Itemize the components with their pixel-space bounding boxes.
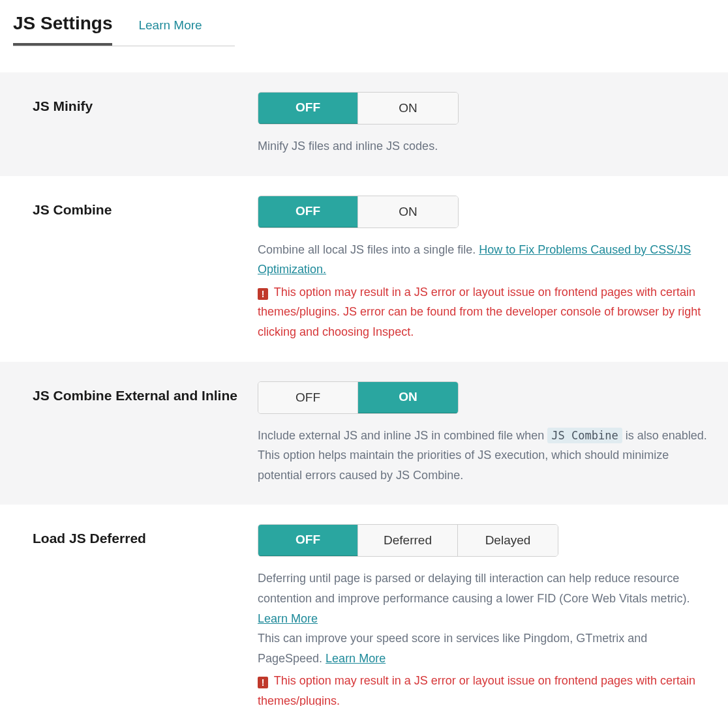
toggle-js-combine-off[interactable]: OFF (258, 196, 358, 228)
setting-js-deferred: Load JS Deferred OFF Deferred Delayed De… (0, 505, 728, 706)
setting-js-minify: JS Minify OFF ON Minify JS files and inl… (0, 72, 728, 176)
setting-body-js-combine: OFF ON Combine all local JS files into a… (258, 196, 708, 342)
link-learn-more-2[interactable]: Learn More (326, 652, 386, 665)
warning-js-combine: ! This option may result in a JS error o… (258, 282, 708, 342)
setting-body-js-minify: OFF ON Minify JS files and inline JS cod… (258, 92, 708, 156)
tab-js-settings[interactable]: JS Settings (13, 13, 112, 46)
setting-label-js-combine-ext: JS Combine External and Inline (33, 381, 258, 404)
warning-js-deferred-text: This option may result in a JS error or … (258, 674, 695, 706)
desc-js-combine-text: Combine all local JS files into a single… (258, 243, 479, 256)
warning-js-deferred: ! This option may result in a JS error o… (258, 671, 708, 706)
setting-body-js-deferred: OFF Deferred Delayed Deferring until pag… (258, 524, 708, 706)
desc-js-minify: Minify JS files and inline JS codes. (258, 136, 708, 156)
toggle-js-deferred-delayed[interactable]: Delayed (458, 525, 558, 556)
setting-body-js-combine-ext: OFF ON Include external JS and inline JS… (258, 381, 708, 486)
link-learn-more-1[interactable]: Learn More (258, 612, 318, 625)
toggle-js-combine-on[interactable]: ON (358, 196, 458, 228)
setting-label-js-combine: JS Combine (33, 196, 258, 218)
desc-js-combine: Combine all local JS files into a single… (258, 240, 708, 280)
toggle-js-minify-off[interactable]: OFF (258, 92, 358, 125)
toggle-js-combine-ext-on[interactable]: ON (358, 381, 458, 414)
warning-js-combine-text: This option may result in a JS error or … (258, 286, 701, 338)
tab-learn-more[interactable]: Learn More (138, 18, 202, 42)
toggle-js-minify-on[interactable]: ON (358, 93, 458, 124)
setting-js-combine-ext: JS Combine External and Inline OFF ON In… (0, 362, 728, 505)
settings-list: JS Minify OFF ON Minify JS files and inl… (0, 72, 728, 706)
toggle-js-combine-ext: OFF ON (258, 381, 459, 414)
desc-js-combine-ext-pre: Include external JS and inline JS in com… (258, 429, 547, 442)
warning-icon: ! (258, 288, 268, 300)
tabs-underline (13, 46, 235, 46)
toggle-js-deferred-deferred[interactable]: Deferred (358, 525, 458, 556)
desc-js-combine-ext: Include external JS and inline JS in com… (258, 426, 708, 486)
code-js-combine: JS Combine (547, 428, 622, 443)
toggle-js-deferred-off[interactable]: OFF (258, 524, 358, 557)
warning-icon: ! (258, 677, 268, 688)
toggle-js-combine: OFF ON (258, 196, 459, 228)
desc-js-deferred-1: Deferring until page is parsed or delayi… (258, 568, 708, 628)
toggle-js-combine-ext-off[interactable]: OFF (258, 382, 358, 413)
setting-label-js-minify: JS Minify (33, 92, 258, 114)
tabs-nav: JS Settings Learn More (0, 0, 728, 46)
desc-js-deferred-2-text: This can improve your speed score in ser… (258, 632, 647, 665)
setting-js-combine: JS Combine OFF ON Combine all local JS f… (0, 176, 728, 362)
toggle-js-deferred: OFF Deferred Delayed (258, 524, 558, 557)
desc-js-deferred-2: This can improve your speed score in ser… (258, 628, 708, 668)
toggle-js-minify: OFF ON (258, 92, 459, 125)
setting-label-js-deferred: Load JS Deferred (33, 524, 258, 546)
desc-js-deferred-1-text: Deferring until page is parsed or delayi… (258, 572, 690, 605)
